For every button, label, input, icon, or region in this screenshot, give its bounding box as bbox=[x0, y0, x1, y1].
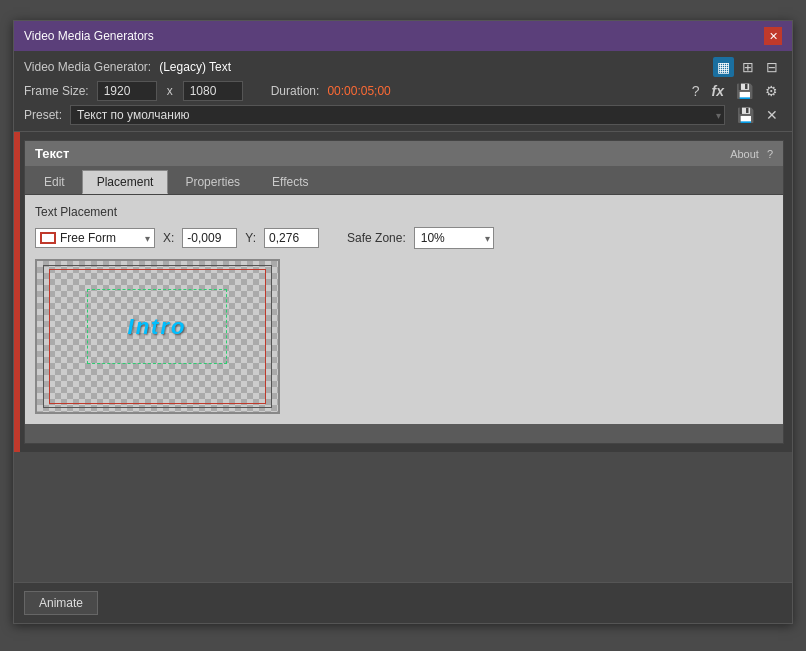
preview-text-box: Intro bbox=[87, 289, 227, 364]
framesize-label: Frame Size: bbox=[24, 84, 89, 98]
main-area: Текст About ? Edit Placement Properties … bbox=[14, 132, 792, 452]
toolbar: Video Media Generator: (Legacy) Text ▦ ⊞… bbox=[14, 51, 792, 132]
x-label: X: bbox=[163, 231, 174, 245]
fx-icon[interactable]: fx bbox=[708, 81, 728, 101]
freeform-wrapper: Free Form ▾ bbox=[35, 228, 155, 248]
about-question[interactable]: ? bbox=[767, 148, 773, 160]
panel-title: Текст bbox=[35, 146, 69, 161]
section-title: Text Placement bbox=[35, 205, 773, 219]
duration-value: 00:00:05;00 bbox=[327, 84, 390, 98]
placement-controls: Free Form ▾ X: Y: Safe Zone: 10% 5% bbox=[35, 227, 773, 249]
preset-label: Preset: bbox=[24, 108, 62, 122]
toolbar-icon-group: ▦ ⊞ ⊟ bbox=[713, 57, 782, 77]
window-title: Video Media Generators bbox=[24, 29, 154, 43]
view-icon-1[interactable]: ▦ bbox=[713, 57, 734, 77]
duration-label: Duration: bbox=[271, 84, 320, 98]
view-icon-3[interactable]: ⊟ bbox=[762, 57, 782, 77]
tab-effects[interactable]: Effects bbox=[257, 170, 323, 194]
panel-header: Текст About ? bbox=[25, 141, 783, 166]
safezone-select[interactable]: 10% 5% None bbox=[414, 227, 494, 249]
view-icon-2[interactable]: ⊞ bbox=[738, 57, 758, 77]
freeform-label: Free Form bbox=[60, 231, 141, 245]
preview-container: Intro bbox=[35, 259, 773, 414]
text-panel: Текст About ? Edit Placement Properties … bbox=[24, 140, 784, 444]
help-icon[interactable]: ? bbox=[688, 81, 704, 101]
frame-x-sep: x bbox=[167, 84, 173, 98]
toolbar-icon-group-2: ? fx 💾 ⚙ bbox=[688, 81, 782, 101]
animate-button[interactable]: Animate bbox=[24, 591, 98, 615]
safezone-label: Safe Zone: bbox=[347, 231, 406, 245]
bottom-bar: Animate bbox=[14, 582, 792, 623]
preset-select-wrapper: Текст по умолчанию bbox=[70, 105, 725, 125]
preview-area: Intro bbox=[35, 259, 280, 414]
preset-close-icon[interactable]: ✕ bbox=[762, 105, 782, 125]
left-accent-bar bbox=[14, 132, 20, 452]
generator-value: (Legacy) Text bbox=[159, 60, 231, 74]
generator-label: Video Media Generator: bbox=[24, 60, 151, 74]
tab-properties[interactable]: Properties bbox=[170, 170, 255, 194]
panel-content: Text Placement Free Form ▾ X: Y: bbox=[25, 195, 783, 424]
preset-select[interactable]: Текст по умолчанию bbox=[70, 105, 725, 125]
frame-width-input[interactable] bbox=[97, 81, 157, 101]
empty-area bbox=[14, 452, 792, 582]
panel-about-area: About ? bbox=[730, 148, 773, 160]
settings-icon[interactable]: ⚙ bbox=[761, 81, 782, 101]
toolbar-framesize-row: Frame Size: x Duration: 00:00:05;00 ? fx… bbox=[24, 81, 782, 101]
frame-height-input[interactable] bbox=[183, 81, 243, 101]
preview-text: Intro bbox=[128, 314, 187, 340]
preset-save-icon[interactable]: 💾 bbox=[733, 105, 758, 125]
y-input[interactable] bbox=[264, 228, 319, 248]
preset-row: Preset: Текст по умолчанию 💾 ✕ bbox=[24, 105, 782, 125]
window-close-button[interactable]: ✕ bbox=[764, 27, 782, 45]
title-bar: Video Media Generators ✕ bbox=[14, 21, 792, 51]
toolbar-generator-row: Video Media Generator: (Legacy) Text ▦ ⊞… bbox=[24, 57, 782, 77]
safezone-select-wrapper: 10% 5% None bbox=[414, 227, 494, 249]
y-label: Y: bbox=[245, 231, 256, 245]
x-input[interactable] bbox=[182, 228, 237, 248]
tab-placement[interactable]: Placement bbox=[82, 170, 169, 194]
about-label: About bbox=[730, 148, 759, 160]
tab-edit[interactable]: Edit bbox=[29, 170, 80, 194]
freeform-dropdown-icon[interactable]: ▾ bbox=[145, 233, 150, 244]
preset-icon-group: 💾 ✕ bbox=[733, 105, 782, 125]
freeform-icon bbox=[40, 232, 56, 244]
main-window: Video Media Generators ✕ Video Media Gen… bbox=[13, 20, 793, 624]
tab-bar: Edit Placement Properties Effects bbox=[25, 166, 783, 195]
save-small-icon[interactable]: 💾 bbox=[732, 81, 757, 101]
